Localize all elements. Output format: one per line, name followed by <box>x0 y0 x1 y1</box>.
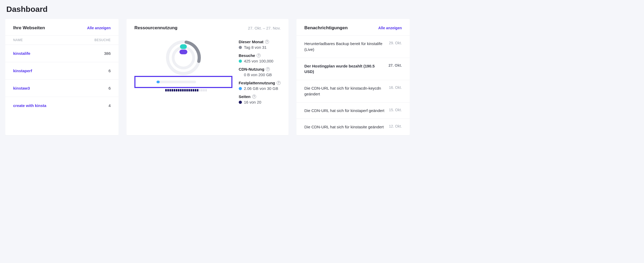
resource-date-range: 27. Okt. – 27. Nov. <box>248 26 281 30</box>
dot-icon-navy <box>239 101 242 104</box>
dot-icon-grey <box>239 46 242 49</box>
notifications-card-header: Benachrichtigungen Alle anzeigen <box>296 19 410 35</box>
disk-usage-bar <box>157 81 196 83</box>
notification-item[interactable]: Herunterladbares Backup bereit für kinst… <box>296 35 410 58</box>
resource-card-header: Ressourcennutzung 27. Okt. – 27. Nov. <box>126 19 289 35</box>
stat-cdn: CDN-Nutzung ? 0 B von 200 GB <box>239 67 281 77</box>
stat-visits-label: Besuche ? <box>239 53 281 58</box>
notification-text: Der Hostingplan wurde bezahlt (190.5 USD… <box>304 63 384 75</box>
site-visits-value: 6 <box>84 86 111 90</box>
resource-stats-column: Dieser Monat ? Tag 8 von 31 Besuche ? <box>239 38 281 104</box>
sites-seg-filled <box>165 89 167 91</box>
sites-seg-empty <box>199 89 201 91</box>
stat-disk: Festplattennutzung ? 2.06 GB von 30 GB <box>239 81 281 91</box>
notifications-card-title: Benachrichtigungen <box>304 25 348 31</box>
stat-sites: Seiten ? 16 von 20 <box>239 94 281 104</box>
cdn-blob-icon <box>179 50 187 54</box>
notification-text: Herunterladbares Backup bereit für kinst… <box>304 41 385 52</box>
notification-date: 15. Okt. <box>389 108 402 112</box>
help-icon[interactable]: ? <box>257 53 261 57</box>
table-row[interactable]: kinstaw3 6 <box>5 80 119 97</box>
stat-visits: Besuche ? 425 von 100,000 <box>239 53 281 63</box>
dot-icon-blue <box>239 87 242 90</box>
stat-cdn-label: CDN-Nutzung ? <box>239 67 281 71</box>
sites-card-title: Ihre Webseiten <box>13 25 45 31</box>
stat-month-label: Dieser Monat ? <box>239 40 281 44</box>
notification-item[interactable]: Die CDN-URL hat sich für kinstacdn-keycd… <box>296 80 410 102</box>
resource-donut-chart <box>164 38 203 77</box>
notification-date: 12. Okt. <box>389 124 402 128</box>
stat-visits-value: 425 von 100,000 <box>244 59 274 63</box>
notification-date: 27. Okt. <box>388 63 402 67</box>
resource-card-title: Ressourcennutzung <box>134 25 177 31</box>
site-link[interactable]: kinstaperf <box>13 69 84 73</box>
table-row[interactable]: kinstaperf 6 <box>5 62 119 80</box>
notification-item[interactable]: Die CDN-URL hat sich für kinstaperf geän… <box>296 102 410 119</box>
help-icon[interactable]: ? <box>277 81 281 85</box>
stat-month: Dieser Monat ? Tag 8 von 31 <box>239 40 281 50</box>
help-icon[interactable]: ? <box>265 40 269 44</box>
table-row[interactable]: kinstalife 386 <box>5 45 119 62</box>
resource-body: Dieser Monat ? Tag 8 von 31 Besuche ? <box>126 35 289 112</box>
stat-sites-value: 16 von 20 <box>244 100 261 104</box>
resource-charts-column <box>134 38 232 91</box>
site-link[interactable]: kinstaw3 <box>13 86 84 90</box>
col-header-visits: BESUCHE <box>84 38 111 42</box>
site-visits-value: 4 <box>84 103 111 108</box>
site-visits-value: 386 <box>84 51 111 56</box>
notification-item[interactable]: Die CDN-URL hat sich für kinstasite geän… <box>296 119 410 135</box>
stat-cdn-value: 0 B von 200 GB <box>244 72 272 77</box>
sites-table-header: NAME BESUCHE <box>5 35 119 45</box>
sites-view-all-link[interactable]: Alle anzeigen <box>87 26 111 30</box>
notification-text: Die CDN-URL hat sich für kinstasite geän… <box>304 124 385 130</box>
notification-date: 16. Okt. <box>389 85 402 90</box>
stat-disk-value: 2.06 GB von 30 GB <box>244 86 278 91</box>
notification-text: Die CDN-URL hat sich für kinstaperf geän… <box>304 108 385 114</box>
notification-item[interactable]: Der Hostingplan wurde bezahlt (190.5 USD… <box>296 58 410 80</box>
disk-usage-bar-fill <box>157 81 160 83</box>
help-icon[interactable]: ? <box>252 95 256 99</box>
visits-blob-icon <box>180 44 187 49</box>
site-link[interactable]: create with kinsta <box>13 103 84 108</box>
stat-sites-label: Seiten ? <box>239 94 281 99</box>
help-icon[interactable]: ? <box>266 67 270 71</box>
resource-card: Ressourcennutzung 27. Okt. – 27. Nov. <box>126 19 289 135</box>
dot-icon-teal <box>239 60 242 63</box>
notifications-card: Benachrichtigungen Alle anzeigen Herunte… <box>296 19 410 135</box>
site-link[interactable]: kinstalife <box>13 51 84 56</box>
notification-date: 29. Okt. <box>389 41 402 45</box>
stat-month-value: Tag 8 von 31 <box>244 45 267 50</box>
col-header-name: NAME <box>13 38 84 42</box>
sites-usage-bar <box>165 89 207 91</box>
notification-text: Die CDN-URL hat sich für kinstacdn-keycd… <box>304 85 385 97</box>
notifications-view-all-link[interactable]: Alle anzeigen <box>378 26 402 30</box>
stat-disk-label: Festplattennutzung ? <box>239 81 281 85</box>
site-visits-value: 6 <box>84 69 111 73</box>
sites-card: Ihre Webseiten Alle anzeigen NAME BESUCH… <box>5 19 119 135</box>
table-row[interactable]: create with kinsta 4 <box>5 97 119 114</box>
dashboard-grid: Ihre Webseiten Alle anzeigen NAME BESUCH… <box>5 19 639 135</box>
disk-usage-highlight <box>134 76 232 88</box>
sites-card-header: Ihre Webseiten Alle anzeigen <box>5 19 119 35</box>
page-title: Dashboard <box>6 5 639 14</box>
